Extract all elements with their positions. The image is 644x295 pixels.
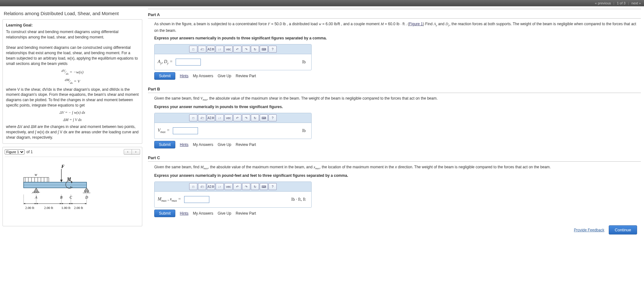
tb-redo-icon[interactable]: ↷ <box>242 46 250 53</box>
provide-feedback-link[interactable]: Provide Feedback <box>574 228 604 232</box>
tb-vec-icon[interactable]: vec <box>224 183 233 190</box>
part-b-header: Part B <box>148 85 641 93</box>
svg-marker-41 <box>36 203 38 204</box>
svg-marker-48 <box>85 203 87 204</box>
svg-marker-39 <box>35 203 36 204</box>
part-c-answer-box: □ √□ ΑΣΦ ↓↑ vec ↶ ↷ ↻ ⌨ ? Mmax , xmax = … <box>154 182 312 208</box>
part-c-hints-link[interactable]: Hints <box>180 211 188 216</box>
part-b-toolbar: □ √□ ΑΣΦ ↓↑ vec ↶ ↷ ↻ ⌨ ? <box>155 113 311 123</box>
part-a-input[interactable] <box>176 59 201 66</box>
svg-text:1.00 ft: 1.00 ft <box>61 206 71 210</box>
part-b-submit-button[interactable]: Submit <box>154 141 175 148</box>
tb-keyboard-icon[interactable]: ⌨ <box>260 183 268 190</box>
part-a-giveup-link[interactable]: Give Up <box>217 74 231 78</box>
lg-p2: Shear and bending moment diagrams can be… <box>6 45 139 66</box>
svg-text:F: F <box>61 164 65 169</box>
tb-help-icon[interactable]: ? <box>268 114 277 121</box>
svg-line-21 <box>34 192 35 194</box>
svg-line-23 <box>37 192 39 194</box>
tb-sqrt-icon[interactable]: √□ <box>198 183 206 190</box>
part-c-submit-button[interactable]: Submit <box>154 210 175 217</box>
part-c-header: Part C <box>148 154 641 162</box>
figure-prev-button[interactable]: ‹ <box>124 149 132 155</box>
part-c-myanswers-link[interactable]: My Answers <box>193 211 213 216</box>
part-a-answer-box: □ √□ ΑΣΦ ↓↑ vec ↶ ↷ ↻ ⌨ ? Ay, Dy = lb <box>154 44 312 70</box>
tb-undo-icon[interactable]: ↶ <box>233 183 241 190</box>
part-a-unit: lb <box>302 60 308 65</box>
tb-redo-icon[interactable]: ↷ <box>242 114 250 121</box>
svg-point-25 <box>85 191 86 193</box>
tb-keyboard-icon[interactable]: ⌨ <box>260 46 268 53</box>
part-b-unit: lb <box>302 128 308 133</box>
part-c-giveup-link[interactable]: Give Up <box>217 211 231 216</box>
part-b-input[interactable] <box>173 127 198 134</box>
part-a-submit-button[interactable]: Submit <box>154 72 175 80</box>
tb-template-icon[interactable]: □ <box>189 183 197 190</box>
part-a-hints-link[interactable]: Hints <box>180 74 188 78</box>
top-nav: « previous | 1 of 3 | next » <box>0 0 644 6</box>
part-b-giveup-link[interactable]: Give Up <box>217 142 231 147</box>
part-a-instruction: Express your answers numerically in poun… <box>154 35 641 41</box>
tb-help-icon[interactable]: ? <box>268 183 277 190</box>
tb-sqrt-icon[interactable]: √□ <box>198 114 206 121</box>
part-c-text: Given the same beam, find Mmax, the abso… <box>154 164 641 171</box>
part-b-instruction: Express your answer numerically in pound… <box>154 104 641 110</box>
part-b-review-link[interactable]: Review Part <box>236 142 256 147</box>
figure-next-button[interactable]: › <box>132 149 140 155</box>
tb-greek-icon[interactable]: ΑΣΦ <box>207 114 215 121</box>
part-c-review-link[interactable]: Review Part <box>236 211 256 216</box>
tb-greek-icon[interactable]: ΑΣΦ <box>207 46 215 53</box>
svg-text:2.00 ft: 2.00 ft <box>25 206 34 210</box>
tb-keyboard-icon[interactable]: ⌨ <box>260 114 268 121</box>
tb-undo-icon[interactable]: ↶ <box>233 114 241 121</box>
part-b-hints-link[interactable]: Hints <box>180 142 188 147</box>
tb-template-icon[interactable]: □ <box>189 46 197 53</box>
tb-reset-icon[interactable]: ↻ <box>251 46 259 53</box>
tb-greek-icon[interactable]: ΑΣΦ <box>207 183 215 190</box>
svg-marker-42 <box>60 203 61 204</box>
part-c-label: Mmax , xmax = <box>158 197 181 202</box>
tb-subscript-icon[interactable]: ↓↑ <box>216 46 224 53</box>
tb-undo-icon[interactable]: ↶ <box>233 46 241 53</box>
learning-goal-heading: Learning Goal: <box>6 23 139 28</box>
part-a-label: Ay, Dy = <box>158 59 172 65</box>
svg-marker-45 <box>69 203 71 204</box>
tb-reset-icon[interactable]: ↻ <box>251 114 259 121</box>
part-a-text: As shown in the figure, a beam is subjec… <box>154 21 641 33</box>
svg-marker-18 <box>34 188 39 192</box>
lg-p4: where ΔV and ΔM are the changes in shear… <box>6 124 139 140</box>
part-b-text: Given the same beam, find Vmax, the abso… <box>154 95 641 102</box>
svg-marker-24 <box>84 188 89 191</box>
tb-vec-icon[interactable]: vec <box>224 46 233 53</box>
lg-p1: To construct shear and bending moment di… <box>6 29 139 40</box>
part-c-instruction: Express your answers numerically in poun… <box>154 173 641 178</box>
continue-button[interactable]: Continue <box>609 225 637 234</box>
next-link[interactable]: next » <box>631 1 641 5</box>
part-b-myanswers-link[interactable]: My Answers <box>193 142 213 147</box>
part-a-review-link[interactable]: Review Part <box>236 74 256 78</box>
equation-3: ΔV = − ∫ w(x) dx <box>6 110 139 115</box>
tb-redo-icon[interactable]: ↷ <box>242 183 250 190</box>
tb-template-icon[interactable]: □ <box>189 114 197 121</box>
figure-select[interactable]: Figure 1 <box>5 149 25 154</box>
tb-help-icon[interactable]: ? <box>268 46 277 53</box>
tb-vec-icon[interactable]: vec <box>224 114 233 121</box>
figure-1-link[interactable]: Figure 1 <box>409 22 423 26</box>
position-indicator: 1 of 3 <box>617 1 626 5</box>
svg-marker-38 <box>24 203 25 204</box>
prev-link[interactable]: « previous <box>595 1 611 5</box>
svg-point-17 <box>71 186 71 187</box>
beam-figure: F w M <box>8 163 102 220</box>
tb-subscript-icon[interactable]: ↓↑ <box>216 114 224 121</box>
learning-goal-panel: Learning Goal: To construct shear and be… <box>3 19 142 144</box>
figure-count: of 1 <box>26 150 33 154</box>
svg-point-26 <box>87 191 88 193</box>
svg-line-22 <box>36 192 37 194</box>
part-b-label: Vmax = <box>158 128 170 134</box>
part-a-myanswers-link[interactable]: My Answers <box>193 74 213 78</box>
tb-sqrt-icon[interactable]: √□ <box>198 46 206 53</box>
part-a-toolbar: □ √□ ΑΣΦ ↓↑ vec ↶ ↷ ↻ ⌨ ? <box>155 44 311 54</box>
tb-subscript-icon[interactable]: ↓↑ <box>216 183 224 190</box>
part-c-input[interactable] <box>184 196 209 203</box>
tb-reset-icon[interactable]: ↻ <box>251 183 259 190</box>
